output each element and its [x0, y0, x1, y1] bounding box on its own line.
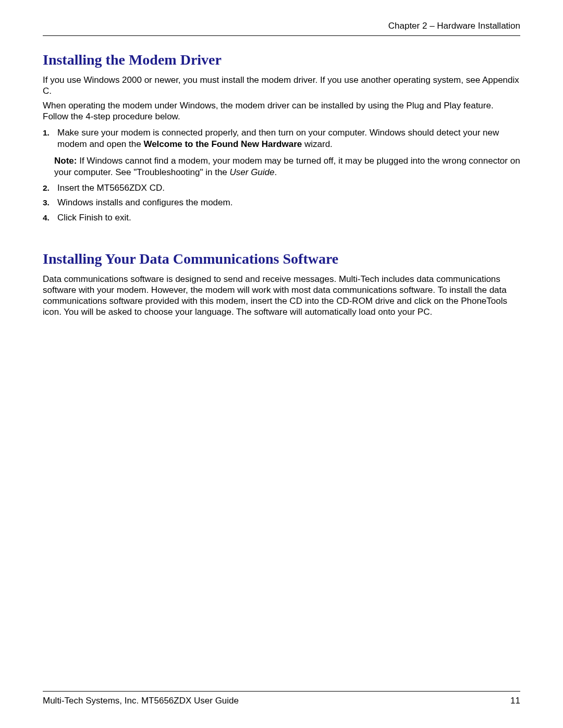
- section-heading-2: Installing Your Data Communications Soft…: [43, 251, 520, 267]
- list-item-2: 2. Insert the MT5656ZDX CD.: [43, 182, 520, 194]
- note-label: Note:: [54, 156, 77, 166]
- list-content: Make sure your modem is connected proper…: [57, 127, 520, 150]
- note-text-before: If Windows cannot find a modem, your mod…: [54, 156, 520, 177]
- note-block: Note: If Windows cannot find a modem, yo…: [54, 155, 520, 178]
- list-number: 2.: [43, 182, 57, 194]
- list-item-1-text-after: wizard.: [302, 139, 333, 149]
- page-container: Chapter 2 – Hardware Installation Instal…: [0, 0, 563, 728]
- footer-left: Multi-Tech Systems, Inc. MT5656ZDX User …: [43, 696, 239, 706]
- procedure-list-continued: 2. Insert the MT5656ZDX CD. 3. Windows i…: [43, 182, 520, 223]
- list-item-4: 4. Click Finish to exit.: [43, 212, 520, 224]
- note-text-after: .: [275, 167, 277, 177]
- list-number: 1.: [43, 127, 57, 150]
- section-installing-modem-driver: Installing the Modem Driver If you use W…: [43, 52, 520, 224]
- note-italic: User Guide: [230, 167, 275, 177]
- list-content: Click Finish to exit.: [57, 212, 520, 224]
- section-installing-software: Installing Your Data Communications Soft…: [43, 251, 520, 318]
- page-header: Chapter 2 – Hardware Installation: [43, 21, 520, 36]
- section-heading-1: Installing the Modem Driver: [43, 52, 520, 68]
- section2-para1: Data communications software is designed…: [43, 274, 520, 318]
- list-content: Insert the MT5656ZDX CD.: [57, 182, 520, 194]
- page-footer: Multi-Tech Systems, Inc. MT5656ZDX User …: [43, 691, 520, 706]
- procedure-list: 1. Make sure your modem is connected pro…: [43, 127, 520, 150]
- section1-para2: When operating the modem under Windows, …: [43, 100, 520, 122]
- list-item-3: 3. Windows installs and configures the m…: [43, 197, 520, 208]
- chapter-label: Chapter 2 – Hardware Installation: [388, 21, 520, 31]
- list-item-1: 1. Make sure your modem is connected pro…: [43, 127, 520, 150]
- list-number: 3.: [43, 197, 57, 208]
- list-content: Windows installs and configures the mode…: [57, 197, 520, 208]
- list-number: 4.: [43, 212, 57, 224]
- list-item-1-bold: Welcome to the Found New Hardware: [143, 139, 302, 149]
- section1-para1: If you use Windows 2000 or newer, you mu…: [43, 75, 520, 97]
- footer-page-number: 11: [510, 696, 520, 706]
